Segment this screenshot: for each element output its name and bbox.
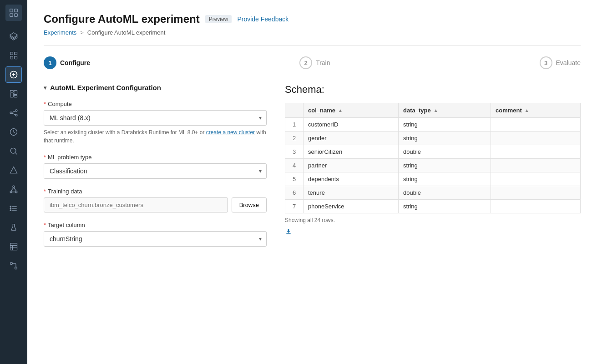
row-num-cell: 4 xyxy=(285,159,304,172)
schema-title: Schema: xyxy=(285,84,581,96)
target-column-select[interactable]: churnString ▾ xyxy=(44,231,267,247)
page-title: Configure AutoML experiment xyxy=(44,13,200,25)
svg-point-41 xyxy=(10,263,13,265)
svg-point-36 xyxy=(10,210,11,211)
comment-sort-icon[interactable]: ▲ xyxy=(525,108,529,113)
sidebar-item-list[interactable] xyxy=(5,200,22,217)
col-name-sort-icon[interactable]: ▲ xyxy=(338,108,343,113)
compute-required-star: * xyxy=(44,101,46,107)
target-required-star: * xyxy=(44,222,46,228)
table-row: 5 dependents string xyxy=(285,172,581,186)
step-1-label: Configure xyxy=(60,59,90,66)
row-comment xyxy=(491,159,581,172)
row-comment xyxy=(491,145,581,159)
section-header: ▾ AutoML Experiment Configuration xyxy=(44,84,267,91)
svg-point-27 xyxy=(15,191,17,193)
row-num-cell: 6 xyxy=(285,186,304,200)
sidebar-item-workflow[interactable] xyxy=(5,105,22,121)
row-num-cell: 7 xyxy=(285,200,304,213)
data-type-sort-icon[interactable]: ▲ xyxy=(434,108,438,113)
step-2: 2 Train xyxy=(299,56,330,69)
browse-button[interactable]: Browse xyxy=(232,197,267,212)
svg-rect-15 xyxy=(14,95,17,97)
ml-problem-type-select[interactable]: Classification ▾ xyxy=(44,163,267,179)
svg-line-29 xyxy=(14,187,16,191)
row-comment xyxy=(491,118,581,131)
schema-header-comment: comment ▲ xyxy=(491,103,581,118)
right-column: Schema: col_name ▲ xyxy=(285,84,581,256)
row-data-type: double xyxy=(399,145,491,159)
sidebar-item-shapes[interactable] xyxy=(5,162,22,178)
sidebar-item-table[interactable] xyxy=(5,238,22,255)
page-header: Configure AutoML experiment Preview Prov… xyxy=(44,13,581,25)
row-comment xyxy=(491,200,581,213)
step-1: 1 Configure xyxy=(44,56,90,69)
breadcrumb-parent[interactable]: Experiments xyxy=(44,29,76,36)
row-data-type: string xyxy=(399,159,491,172)
download-icon[interactable] xyxy=(285,228,581,237)
row-data-type: string xyxy=(399,172,491,186)
step-line-2 xyxy=(338,63,532,63)
row-comment xyxy=(491,172,581,186)
compute-label: * Compute xyxy=(44,101,267,107)
sidebar-item-network[interactable] xyxy=(5,181,22,197)
svg-rect-14 xyxy=(10,93,14,97)
sidebar-item-create[interactable] xyxy=(5,66,22,83)
svg-rect-43 xyxy=(286,233,290,234)
sidebar-item-connect[interactable] xyxy=(5,258,22,274)
row-num-cell: 2 xyxy=(285,131,304,145)
sidebar-item-search[interactable] xyxy=(5,143,22,159)
svg-point-25 xyxy=(13,186,15,187)
rows-info: Showing all 24 rows. xyxy=(285,217,581,223)
svg-point-16 xyxy=(10,112,12,114)
ml-problem-type-chevron-icon: ▾ xyxy=(259,168,262,174)
svg-rect-2 xyxy=(10,14,13,16)
step-1-circle: 1 xyxy=(44,56,56,69)
step-3: 3 Evaluate xyxy=(540,56,581,69)
collapse-icon[interactable]: ▾ xyxy=(44,85,46,91)
training-data-input[interactable] xyxy=(44,197,228,212)
row-data-type: string xyxy=(399,200,491,213)
preview-badge: Preview xyxy=(205,15,232,23)
ml-problem-type-value: Classification xyxy=(44,164,266,178)
svg-point-42 xyxy=(15,267,17,269)
compute-chevron-icon: ▾ xyxy=(259,115,262,121)
compute-hint: Select an existing cluster with a Databr… xyxy=(44,128,267,145)
compute-select[interactable]: ML shard (8.x) ▾ xyxy=(44,110,267,126)
breadcrumb-current: Configure AutoML experiment xyxy=(87,29,166,36)
sidebar-item-history[interactable] xyxy=(5,124,22,140)
step-3-circle: 3 xyxy=(540,56,552,69)
header-divider xyxy=(44,45,581,46)
sidebar-item-layers[interactable] xyxy=(5,28,22,45)
svg-point-26 xyxy=(10,191,12,193)
sidebar-item-dashboard[interactable] xyxy=(5,86,22,102)
sidebar-item-model[interactable] xyxy=(5,47,22,64)
left-column: ▾ AutoML Experiment Configuration * Comp… xyxy=(44,84,267,256)
training-data-row: Browse xyxy=(44,197,267,212)
create-cluster-link[interactable]: create a new cluster xyxy=(206,129,255,136)
row-num-cell: 3 xyxy=(285,145,304,159)
ml-problem-type-label: * ML problem type xyxy=(44,154,267,161)
sidebar-logo xyxy=(5,5,22,21)
svg-point-35 xyxy=(10,208,11,209)
step-3-label: Evaluate xyxy=(556,59,581,66)
breadcrumb: Experiments > Configure AutoML experimen… xyxy=(44,29,581,36)
sidebar xyxy=(0,0,27,364)
step-line-1 xyxy=(97,63,292,63)
feedback-link[interactable]: Provide Feedback xyxy=(237,15,288,23)
row-col-name: dependents xyxy=(304,172,399,186)
svg-rect-3 xyxy=(15,14,17,16)
row-col-name: phoneService xyxy=(304,200,399,213)
row-comment xyxy=(491,131,581,145)
sidebar-item-flask[interactable] xyxy=(5,219,22,236)
target-column-value: churnString xyxy=(44,232,266,246)
svg-rect-1 xyxy=(15,9,17,12)
row-num-cell: 1 xyxy=(285,118,304,131)
ml-problem-type-field-group: * ML problem type Classification ▾ xyxy=(44,154,267,179)
row-data-type: string xyxy=(399,131,491,145)
row-data-type: string xyxy=(399,118,491,131)
svg-rect-37 xyxy=(10,243,17,250)
step-2-label: Train xyxy=(316,59,330,66)
table-row: 3 seniorCitizen double xyxy=(285,145,581,159)
two-col-layout: ▾ AutoML Experiment Configuration * Comp… xyxy=(44,84,581,256)
